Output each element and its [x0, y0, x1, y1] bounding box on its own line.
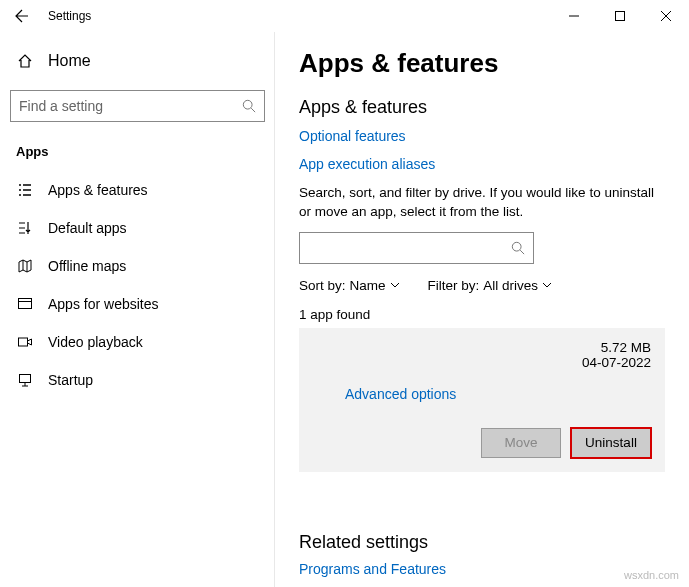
app-card[interactable]: 5.72 MB 04-07-2022 Advanced options Move… — [299, 328, 665, 472]
sort-by-dropdown[interactable]: Sort by: Name — [299, 278, 400, 293]
back-button[interactable] — [12, 6, 32, 26]
nav-apps-features[interactable]: Apps & features — [10, 171, 265, 209]
filter-label: Filter by: — [428, 278, 480, 293]
chevron-down-icon — [542, 280, 552, 290]
nav-apps-websites[interactable]: Apps for websites — [10, 285, 265, 323]
maximize-icon — [615, 11, 625, 21]
list-icon — [16, 181, 34, 199]
optional-features-link[interactable]: Optional features — [299, 128, 665, 144]
nav-label: Apps & features — [48, 182, 148, 198]
section-subtitle: Apps & features — [299, 97, 665, 118]
defaults-icon — [16, 219, 34, 237]
home-nav[interactable]: Home — [10, 44, 265, 78]
svg-rect-4 — [20, 375, 31, 383]
search-input[interactable] — [19, 98, 242, 114]
close-button[interactable] — [643, 0, 689, 32]
back-arrow-icon — [14, 8, 30, 24]
nav-label: Video playback — [48, 334, 143, 350]
filter-by-dropdown[interactable]: Filter by: All drives — [428, 278, 553, 293]
watermark: wsxdn.com — [624, 569, 679, 581]
nav-label: Default apps — [48, 220, 127, 236]
nav-offline-maps[interactable]: Offline maps — [10, 247, 265, 285]
filter-value: All drives — [483, 278, 538, 293]
nav-video-playback[interactable]: Video playback — [10, 323, 265, 361]
page-title: Apps & features — [299, 48, 665, 79]
home-icon — [16, 52, 34, 70]
section-label: Apps — [10, 138, 265, 171]
nav-label: Apps for websites — [48, 296, 159, 312]
uninstall-button[interactable]: Uninstall — [571, 428, 651, 458]
svg-rect-3 — [19, 338, 28, 346]
nav-default-apps[interactable]: Default apps — [10, 209, 265, 247]
sort-label: Sort by: — [299, 278, 346, 293]
related-settings-title: Related settings — [299, 532, 665, 553]
content-pane: Apps & features Apps & features Optional… — [275, 32, 689, 587]
settings-search[interactable] — [10, 90, 265, 122]
minimize-button[interactable] — [551, 0, 597, 32]
map-icon — [16, 257, 34, 275]
search-icon — [511, 241, 525, 255]
svg-rect-0 — [616, 12, 625, 21]
window-title: Settings — [48, 9, 91, 23]
titlebar: Settings — [0, 0, 689, 32]
nav-label: Offline maps — [48, 258, 126, 274]
svg-point-5 — [512, 242, 521, 251]
website-icon — [16, 295, 34, 313]
startup-icon — [16, 371, 34, 389]
window-controls — [551, 0, 689, 32]
chevron-down-icon — [390, 280, 400, 290]
sort-value: Name — [350, 278, 386, 293]
svg-rect-2 — [19, 299, 32, 309]
app-date: 04-07-2022 — [582, 355, 651, 370]
home-label: Home — [48, 52, 91, 70]
programs-features-link[interactable]: Programs and Features — [299, 561, 665, 577]
minimize-icon — [569, 11, 579, 21]
advanced-options-link[interactable]: Advanced options — [345, 386, 651, 402]
nav-startup[interactable]: Startup — [10, 361, 265, 399]
app-execution-aliases-link[interactable]: App execution aliases — [299, 156, 665, 172]
video-icon — [16, 333, 34, 351]
move-button: Move — [481, 428, 561, 458]
maximize-button[interactable] — [597, 0, 643, 32]
svg-point-1 — [243, 100, 252, 109]
search-icon — [242, 99, 256, 113]
result-count: 1 app found — [299, 307, 665, 322]
app-search-input[interactable] — [308, 240, 511, 256]
app-size: 5.72 MB — [582, 340, 651, 355]
sidebar: Home Apps Apps & features Default apps O… — [0, 32, 275, 587]
description-text: Search, sort, and filter by drive. If yo… — [299, 184, 665, 222]
app-search-box[interactable] — [299, 232, 534, 264]
nav-label: Startup — [48, 372, 93, 388]
close-icon — [661, 11, 671, 21]
